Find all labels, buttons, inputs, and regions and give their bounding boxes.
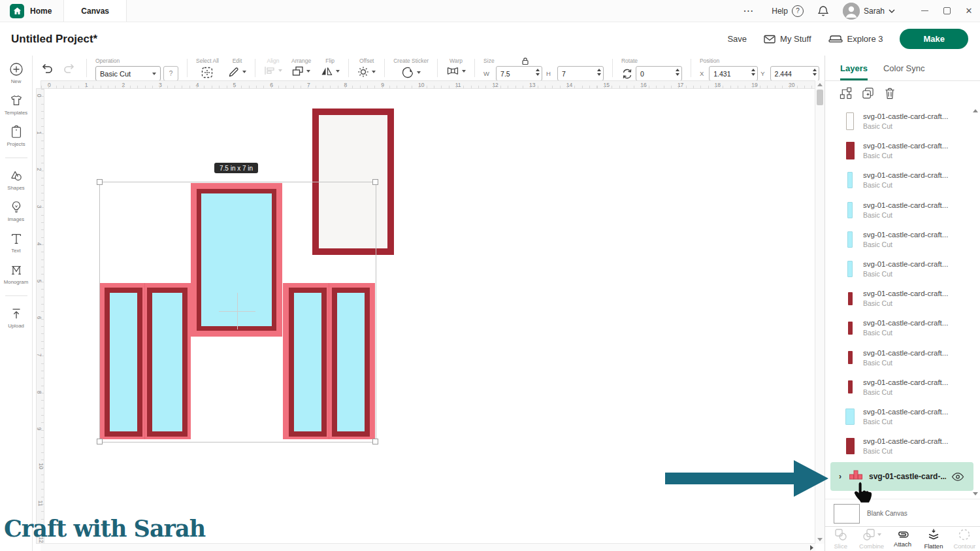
operation-dropdown[interactable]: Basic Cut <box>95 66 161 81</box>
warp-button[interactable]: Warp <box>446 56 466 80</box>
undo-icon[interactable] <box>41 63 54 73</box>
layer-thumbnail <box>843 351 857 364</box>
layer-row[interactable]: svg-01-castle-card-craft...Basic Cut <box>825 431 975 461</box>
sidebar-item-shapes[interactable]: Shapes <box>0 169 32 191</box>
tab-canvas[interactable]: Canvas <box>63 0 127 22</box>
create-sticker-button[interactable]: Create Sticker <box>393 56 429 80</box>
scroll-right-arrow[interactable] <box>810 545 813 550</box>
rotate-icon[interactable] <box>621 69 633 79</box>
layer-row[interactable]: svg-01-castle-card-craft...Basic Cut <box>825 165 975 195</box>
scroll-up-arrow[interactable] <box>817 83 823 86</box>
sidebar-item-upload[interactable]: Upload <box>0 307 32 329</box>
selection-handle-top-right[interactable] <box>372 179 378 185</box>
top-bar: Home Canvas ⋯ Help ? Sarah ✕ <box>0 0 980 22</box>
more-options-icon[interactable]: ⋯ <box>743 5 755 17</box>
arrange-button[interactable]: Arrange <box>291 56 311 80</box>
tab-home[interactable]: Home <box>0 0 63 22</box>
position-x-field[interactable]: 1.431 <box>709 66 758 81</box>
make-button[interactable]: Make <box>900 29 968 49</box>
chevron-down-icon <box>152 73 156 75</box>
flip-button[interactable]: Flip <box>320 56 340 80</box>
layer-row[interactable]: svg-01-castle-card-craft...Basic Cut <box>825 195 975 225</box>
align-button[interactable]: Align <box>264 56 282 80</box>
rotate-stepper[interactable] <box>676 69 679 76</box>
layer-row[interactable]: svg-01-castle-card-craft...Basic Cut <box>825 225 975 254</box>
scrollbar-thumb[interactable] <box>817 90 823 105</box>
window-glass-1[interactable] <box>110 293 137 431</box>
window-glass-4[interactable] <box>337 293 365 431</box>
minimize-button[interactable] <box>913 0 936 22</box>
maximize-button[interactable] <box>936 0 958 22</box>
group-layers-icon[interactable] <box>840 87 852 99</box>
visibility-eye-icon[interactable] <box>951 473 964 481</box>
tower-window-glass[interactable] <box>201 193 272 326</box>
my-stuff-button[interactable]: My Stuff <box>764 34 811 44</box>
duplicate-layer-icon[interactable] <box>862 87 874 99</box>
width-stepper[interactable] <box>536 69 540 76</box>
layer-row[interactable]: svg-01-castle-card-craft...Basic Cut <box>825 373 975 402</box>
canvas-horizontal-scrollbar[interactable] <box>41 543 815 551</box>
ruler-label: 11 <box>37 500 44 506</box>
close-button[interactable]: ✕ <box>958 0 980 22</box>
attach-button[interactable]: Attach <box>887 527 918 551</box>
operation-help-button[interactable]: ? <box>163 66 178 81</box>
images-icon <box>9 200 24 214</box>
canvas-area[interactable]: 01234567891011121314151617181920 0123456… <box>33 80 825 551</box>
delete-layer-icon[interactable] <box>884 87 896 99</box>
select-all-button[interactable]: Select All <box>196 56 219 80</box>
layer-row[interactable]: svg-01-castle-card-craft...Basic Cut <box>825 107 975 136</box>
slice-button: Slice <box>825 527 856 551</box>
sidebar-item-new[interactable]: New <box>0 62 32 84</box>
edit-button[interactable]: Edit <box>228 56 246 80</box>
redo-icon[interactable] <box>63 63 76 73</box>
notifications-bell-icon[interactable] <box>818 5 828 17</box>
tab-color-sync[interactable]: Color Sync <box>883 56 925 80</box>
rotate-field[interactable]: 0 <box>636 66 682 81</box>
ruler-label: 11 <box>455 82 461 88</box>
layer-row[interactable]: svg-01-castle-card-craft...Basic Cut <box>825 313 975 342</box>
layer-row[interactable]: svg-01-castle-card-craft...Basic Cut <box>825 254 975 284</box>
save-button[interactable]: Save <box>727 34 747 44</box>
scroll-down-arrow[interactable] <box>817 538 823 541</box>
layer-row[interactable]: svg-01-castle-card-craft...Basic Cut <box>825 136 975 165</box>
selection-handle-bottom-left[interactable] <box>97 439 103 444</box>
width-field[interactable]: 7.5 <box>496 66 542 81</box>
layer-type: Basic Cut <box>863 328 948 337</box>
ruler-label: 18 <box>715 82 721 88</box>
tab-layers[interactable]: Layers <box>840 56 868 80</box>
layer-group-row-selected[interactable]: › svg-01-castle-card-... <box>830 462 973 491</box>
expand-chevron-icon[interactable]: › <box>839 472 841 481</box>
position-y-field[interactable]: 2.444 <box>770 66 819 81</box>
sidebar-item-templates[interactable]: Templates <box>0 93 32 116</box>
layer-row[interactable]: svg-01-castle-card-craft...Basic Cut <box>825 343 975 373</box>
layer-row[interactable]: svg-01-castle-card-craft...Basic Cut <box>825 402 975 431</box>
size-tooltip: 7.5 in x 7 in <box>214 163 258 173</box>
canvas-vertical-scrollbar[interactable] <box>815 80 825 544</box>
sidebar-item-text[interactable]: Text <box>0 231 32 254</box>
layer-thumbnail <box>843 322 857 335</box>
layer-list: svg-01-castle-card-craft...Basic Cutsvg-… <box>825 107 975 461</box>
help-menu[interactable]: Help ? <box>772 5 804 17</box>
blank-canvas-row[interactable]: Blank Canvas <box>825 499 980 527</box>
height-stepper[interactable] <box>597 69 601 76</box>
layers-scroll-down-arrow[interactable] <box>973 492 978 495</box>
position-y-stepper[interactable] <box>813 69 817 76</box>
layer-thumbnail <box>843 231 857 248</box>
explore-machine-button[interactable]: Explore 3 <box>828 34 883 44</box>
layer-row[interactable]: svg-01-castle-card-craft...Basic Cut <box>825 284 975 313</box>
sidebar-item-images[interactable]: Images <box>0 200 32 222</box>
position-x-stepper[interactable] <box>751 69 755 76</box>
height-field[interactable]: 7 <box>557 66 604 81</box>
sidebar-item-monogram[interactable]: Monogram <box>0 263 32 285</box>
left-sidebar: NewTemplatesProjectsShapesImagesTextMono… <box>0 56 33 551</box>
card-back-rectangle[interactable] <box>312 109 394 255</box>
offset-button[interactable]: Offset <box>357 56 376 80</box>
window-glass-3[interactable] <box>294 293 321 431</box>
lock-icon[interactable] <box>521 57 529 65</box>
sidebar-item-projects[interactable]: Projects <box>0 125 32 147</box>
selection-handle-top-left[interactable] <box>97 179 103 185</box>
window-glass-2[interactable] <box>152 293 182 431</box>
selection-handle-bottom-right[interactable] <box>372 439 378 444</box>
user-menu[interactable]: Sarah <box>843 3 895 20</box>
flatten-button[interactable]: Flatten <box>918 527 949 551</box>
